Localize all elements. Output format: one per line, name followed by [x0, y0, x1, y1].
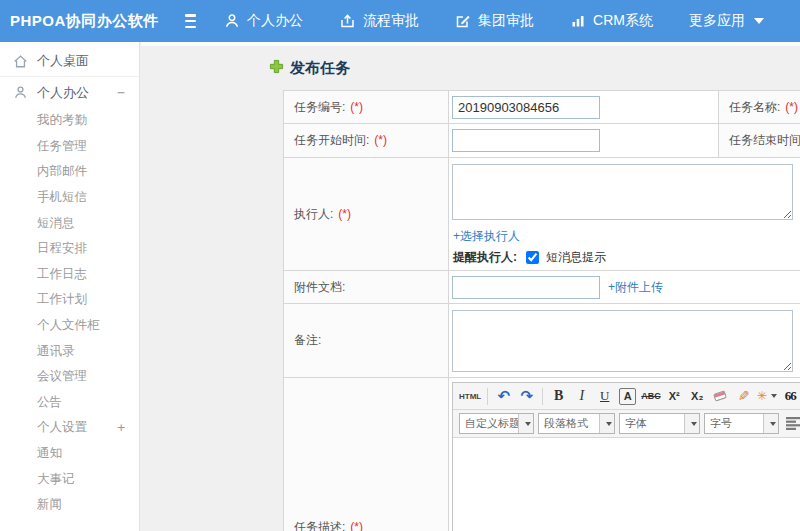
executor-textarea[interactable]: [452, 164, 793, 220]
sidebar-item-file-cabinet[interactable]: 个人文件柜: [0, 313, 139, 339]
editor-content-area[interactable]: [453, 438, 800, 531]
caret-down-icon: [606, 422, 612, 426]
sidebar-item-label: 工作计划: [37, 291, 87, 308]
remark-label: 备注:: [294, 333, 321, 347]
sidebar-item-personal-office[interactable]: 个人办公 −: [0, 77, 139, 108]
sidebar-item-work-log[interactable]: 工作日志: [0, 262, 139, 288]
sidebar-item-contacts[interactable]: 通讯录: [0, 338, 139, 364]
bold-button[interactable]: B: [548, 386, 569, 407]
subscript-button[interactable]: X₂: [687, 386, 708, 407]
sidebar-item-label: 任务管理: [37, 138, 87, 155]
sidebar-item-label: 内部邮件: [37, 163, 87, 180]
required-mark: (*): [374, 133, 387, 147]
task-number-input[interactable]: [452, 96, 600, 119]
sidebar-item-label: 我的考勤: [37, 112, 87, 129]
sidebar-item-personal-settings[interactable]: 个人设置 +: [0, 415, 139, 441]
end-time-label: 任务结束时间:: [729, 133, 800, 147]
required-mark: (*): [350, 520, 363, 531]
caret-down-icon: [770, 422, 776, 426]
attachment-input[interactable]: [452, 276, 600, 299]
sidebar-item-label: 个人设置: [37, 419, 87, 436]
publish-task-form: 任务编号:(*) 任务名称:(*) 任务开始时间:(*) 任务结束时间:(*) …: [283, 90, 800, 531]
sms-remind-checkbox[interactable]: [526, 251, 539, 264]
superscript-button[interactable]: X²: [664, 386, 685, 407]
html-source-button[interactable]: HTML: [458, 386, 482, 407]
collapse-icon[interactable]: −: [117, 85, 125, 100]
sidebar-item-task-management[interactable]: 任务管理: [0, 134, 139, 160]
edit-square-icon: [455, 13, 471, 29]
sidebar-item-notice[interactable]: 通知: [0, 441, 139, 467]
main-nav: 个人办公 流程审批 集团审批 CRM系统 更多应用: [224, 12, 800, 30]
sidebar-item-label: 短消息: [37, 215, 75, 232]
custom-title-select[interactable]: 自定义标题: [459, 413, 534, 434]
nav-workflow-approval[interactable]: 流程审批: [339, 12, 419, 30]
sidebar-item-label: 个人桌面: [37, 52, 89, 70]
user-icon: [224, 13, 240, 29]
sidebar-item-label: 手机短信: [37, 189, 87, 206]
nav-label: 个人办公: [247, 12, 303, 30]
app-logo: PHPOA协同办公软件: [0, 12, 159, 31]
sidebar-item-label: 通讯录: [37, 343, 75, 360]
sidebar-item-label: 工作日志: [37, 266, 87, 283]
underline-button[interactable]: U: [594, 386, 615, 407]
align-left-icon[interactable]: [784, 413, 800, 434]
strikethrough-button[interactable]: ABC: [640, 386, 662, 407]
font-style-button[interactable]: A: [619, 388, 636, 405]
task-name-label: 任务名称:: [729, 100, 780, 114]
caret-down-icon: [754, 18, 764, 24]
blockquote-button[interactable]: 66: [780, 386, 800, 407]
undo-icon[interactable]: ↶: [493, 386, 514, 407]
nav-crm-system[interactable]: CRM系统: [570, 12, 653, 30]
paragraph-format-select[interactable]: 段落格式: [538, 413, 615, 434]
sidebar-item-phone-sms[interactable]: 手机短信: [0, 185, 139, 211]
sidebar-item-short-message[interactable]: 短消息: [0, 210, 139, 236]
sidebar-item-label: 公告: [37, 394, 62, 411]
sidebar-item-label: 个人文件柜: [37, 317, 100, 334]
italic-button[interactable]: I: [571, 386, 592, 407]
page-title: 发布任务: [290, 59, 350, 78]
required-mark: (*): [350, 100, 363, 114]
required-mark: (*): [338, 207, 351, 221]
start-time-input[interactable]: [452, 129, 600, 152]
attachment-upload-link[interactable]: +附件上传: [608, 279, 663, 296]
eraser-icon[interactable]: [710, 386, 731, 407]
menu-toggle-icon[interactable]: [185, 14, 196, 28]
caret-down-icon: [691, 422, 697, 426]
sidebar-item-work-plan[interactable]: 工作计划: [0, 287, 139, 313]
page-title-row: 发布任务: [269, 46, 800, 90]
nav-group-approval[interactable]: 集团审批: [455, 12, 534, 30]
main-content: 发布任务 任务编号:(*) 任务名称:(*) 任务开始时间:(*) 任务结束时间…: [141, 42, 800, 531]
editor-toolbar-row2: 自定义标题 段落格式 字体 字号: [453, 410, 800, 438]
sidebar-item-news[interactable]: 新闻: [0, 492, 139, 518]
nav-label: 流程审批: [363, 12, 419, 30]
description-label: 任务描述:: [294, 520, 345, 531]
sidebar-item-announcement[interactable]: 公告: [0, 390, 139, 416]
sidebar-item-attendance[interactable]: 我的考勤: [0, 108, 139, 134]
format-brush-icon[interactable]: ✎: [733, 386, 754, 407]
start-time-label: 任务开始时间:: [294, 133, 369, 147]
sidebar-item-schedule[interactable]: 日程安排: [0, 236, 139, 262]
nav-label: 集团审批: [478, 12, 534, 30]
font-size-select[interactable]: 字号: [704, 413, 779, 434]
process-approval-icon: [339, 13, 356, 29]
redo-icon[interactable]: ↷: [516, 386, 537, 407]
sidebar-item-label: 大事记: [37, 471, 75, 488]
font-family-select[interactable]: 字体: [619, 413, 700, 434]
sidebar-item-internal-mail[interactable]: 内部邮件: [0, 159, 139, 185]
remark-textarea[interactable]: [452, 310, 793, 372]
sidebar-item-label: 会议管理: [37, 368, 87, 385]
nav-personal-office[interactable]: 个人办公: [224, 12, 303, 30]
nav-label: CRM系统: [593, 12, 653, 30]
caret-down-icon: [525, 422, 531, 426]
expand-icon[interactable]: +: [117, 420, 125, 435]
nav-more-apps[interactable]: 更多应用: [689, 12, 764, 30]
attachment-label: 附件文档:: [294, 280, 345, 294]
choose-executor-link[interactable]: +选择执行人: [453, 229, 520, 243]
sidebar-item-desktop[interactable]: 个人桌面: [0, 46, 139, 77]
sidebar-item-meeting-management[interactable]: 会议管理: [0, 364, 139, 390]
executor-label: 执行人:: [294, 207, 333, 221]
autoformat-icon[interactable]: ✳: [756, 386, 778, 407]
rich-text-editor: HTML ↶ ↷ B I U A ABC X² X₂: [452, 382, 800, 531]
sidebar-item-memorabilia[interactable]: 大事记: [0, 466, 139, 492]
sms-remind-label: 短消息提示: [546, 249, 606, 266]
